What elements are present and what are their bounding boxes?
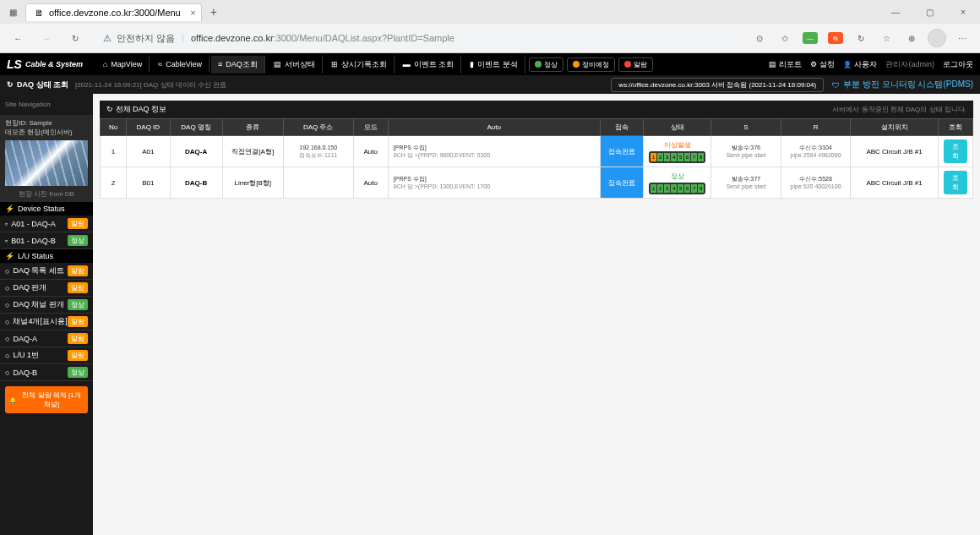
sidebar-item[interactable]: 채널4개[표시용]알람 [0,314,93,330]
menu-item[interactable]: DAQ조회 [211,56,265,74]
back-button[interactable]: ← [7,27,29,49]
sidebar-item[interactable]: DAQ 목록 세트알람 [0,263,93,280]
table-header: 모드 [353,119,388,136]
close-tab-icon[interactable]: × [190,8,195,18]
led-icon: 5 [678,184,683,193]
header-link-label: 사용자 [854,59,877,70]
menu-label: 이벤트 조회 [414,59,455,70]
table-header: DAQ 주소 [283,119,353,136]
item-label: DAQ 판개 [13,282,46,293]
led-icon: 8 [698,184,704,193]
logout-link[interactable]: 로그아웃 [943,59,973,70]
conn-badge: 접속완료 [603,176,640,190]
menu-label: 서버상태 [285,59,315,70]
table-header: Auto [388,119,600,136]
sidebar-item[interactable]: DAQ-A알람 [0,330,93,347]
close-window-button[interactable]: × [946,0,980,24]
item-icon [5,368,9,377]
status-pill: 정비예정 [567,57,615,72]
menu-icon [218,60,222,68]
led-icon: 2 [657,184,663,193]
clear-alarm-button[interactable]: 전체 알람 해제 [1개 채널] [5,386,88,413]
menu-item[interactable]: 서버상태 [267,56,323,74]
view-button[interactable]: 조회 [944,139,967,163]
favorites-bar-icon[interactable]: ☆ [875,27,897,49]
sidebar-item[interactable]: L/U 1번알람 [0,347,93,364]
menu-item[interactable]: CableView [151,57,210,72]
table-header: 접속 [600,119,644,136]
new-tab-button[interactable]: + [202,5,226,19]
url-host: office.devzone.co.kr [191,33,274,43]
header-link[interactable]: 리포트 [769,59,802,70]
field-id: Sample [29,119,52,127]
search-icon[interactable]: ⊙ [749,27,770,49]
site-nav-title: Site Navigation [5,97,88,112]
logo[interactable]: LS Cable & System [7,57,96,71]
led-row: 12345678 [649,151,705,163]
pdms-title: 부분 방전 모니터링 시스템(PDMS) [832,79,973,90]
page-title: DAQ 상태 조회 [17,79,68,90]
item-label: DAQ 목록 세트 [13,265,64,276]
field-name: 데모존 현장(메인서버) [5,128,73,136]
table-header: 상태 [644,119,711,136]
address-bar: ← → ↻ ⚠ 안전하지 않음 | office.devzone.co.kr:3… [0,24,980,52]
sidebar-item[interactable]: A01 - DAQ-A알람 [0,216,93,232]
view-button[interactable]: 조회 [944,171,967,194]
profile-avatar[interactable] [926,27,948,49]
menu-label: 상시기록조회 [341,59,387,70]
sidebar-item[interactable]: DAQ 채널 판개정상 [0,297,93,314]
panel-note: 서버에서 동작중인 전체 DAQ의 상태 입니다. [832,105,966,114]
menu-label: 이벤트 분석 [477,59,518,70]
ext-orange-icon[interactable]: N [825,27,847,49]
status-badge: 알람 [68,265,88,276]
menu-icon [470,60,474,68]
item-icon [5,237,8,245]
led-icon: 2 [657,153,663,161]
daq-table: NoDAQ IDDAQ 명칭종류DAQ 주소모드Auto접속상태SR설치위치조회… [100,118,973,199]
tab-title: office.devzone.co.kr:3000/Menu [49,8,181,18]
sync-icon[interactable]: ↻ [850,27,872,49]
cell-conn: 접속완료 [600,136,644,167]
status-text: 정상 [671,172,684,181]
menu-item[interactable]: 이벤트 분석 [463,56,525,74]
forward-button[interactable]: → [35,27,57,49]
status-badge: 알람 [68,282,88,293]
led-icon: 1 [651,153,656,161]
ext-green-icon[interactable]: — [799,27,821,49]
led-icon: 4 [671,153,677,161]
browser-tab[interactable]: office.devzone.co.kr:3000/Menu × [25,3,202,21]
logo-main: LS [7,57,22,71]
cell-r: 수신수:3104pipe 2584 4982080 [781,136,851,167]
url-input[interactable]: ⚠ 안전하지 않음 | office.devzone.co.kr:3000/Me… [93,27,742,49]
sidebar-item[interactable]: DAQ 판개알람 [0,280,93,297]
page-icon [35,8,44,18]
favorite-icon[interactable]: ✩ [774,27,796,49]
item-icon [5,318,9,326]
maximize-button[interactable]: ▢ [912,0,946,24]
status-dot-icon [535,61,542,68]
header-link[interactable]: 사용자 [843,59,877,70]
collections-icon[interactable]: ⊕ [901,27,923,49]
sidebar-item[interactable]: B01 - DAQ-B정상 [0,232,93,249]
item-label: 채널4개[표시용] [13,316,67,327]
menu-item[interactable]: 이벤트 조회 [396,56,462,74]
menu-item[interactable]: MapView [96,57,150,72]
item-icon [5,335,9,343]
tabs-icon[interactable]: ▦ [7,6,19,18]
header-link[interactable]: 설정 [810,59,835,70]
browser-chrome: ▦ office.devzone.co.kr:3000/Menu × + — ▢… [0,0,980,53]
sidebar-item[interactable]: DAQ-B정상 [0,364,93,381]
item-label: DAQ-B [13,368,37,377]
refresh-icon [7,80,14,89]
menu-item[interactable]: 상시기록조회 [324,56,395,74]
more-icon[interactable]: ⋯ [951,27,973,49]
sidebar: Site Navigation 현장ID: Sample 데모존 현장(메인서버… [0,94,93,535]
menu-icon [403,60,411,68]
refresh-button[interactable]: ↻ [64,27,86,49]
menu-label: DAQ조회 [226,59,258,70]
led-icon: 3 [664,184,670,193]
led-icon: 8 [698,153,704,161]
led-row: 12345678 [649,183,705,194]
item-label: A01 - DAQ-A [11,220,56,228]
minimize-button[interactable]: — [879,0,912,24]
